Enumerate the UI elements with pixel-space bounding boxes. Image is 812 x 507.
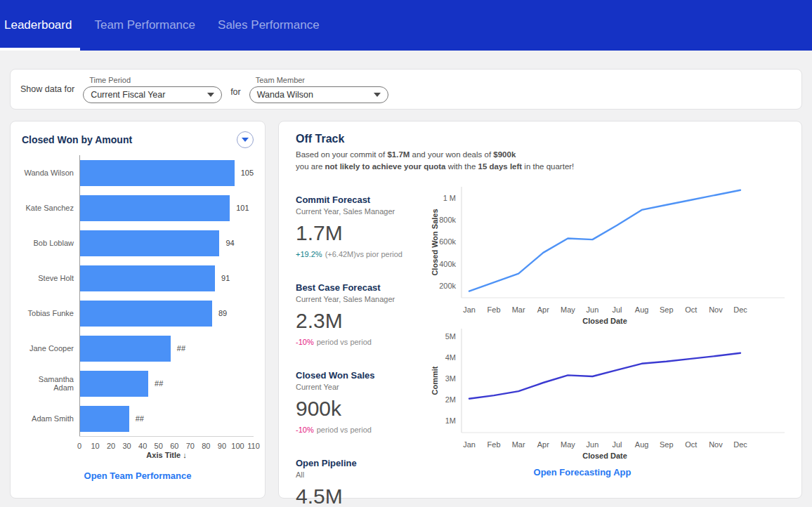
bar-row: Wanda Wilson105 bbox=[22, 155, 254, 190]
svg-text:1M: 1M bbox=[445, 417, 456, 426]
bar-value-label: 101 bbox=[236, 204, 249, 212]
bar-row: Tobias Funke89 bbox=[22, 296, 254, 331]
bar-row: Adam Smith## bbox=[22, 401, 254, 436]
svg-text:Apr: Apr bbox=[537, 440, 549, 449]
svg-text:Commit: Commit bbox=[431, 367, 439, 395]
kpi-delta: -10% bbox=[296, 338, 314, 346]
bar-category-label: Bob Loblaw bbox=[22, 239, 79, 247]
kpi-delta-note: (+6.42M)vs pior period bbox=[325, 250, 402, 258]
tab-sales-performance[interactable]: Sales Performance bbox=[215, 0, 322, 51]
chevron-down-icon bbox=[207, 93, 214, 97]
bar-value-label: 91 bbox=[221, 274, 230, 282]
kpi-value: 4.5M bbox=[296, 485, 429, 507]
plain-text: Based on your commit of bbox=[296, 150, 387, 159]
open-team-performance-link[interactable]: Open Team Performance bbox=[22, 470, 254, 481]
tab-team-performance[interactable]: Team Performance bbox=[91, 0, 198, 51]
kpi-subtitle: Current Year, Sales Manager bbox=[296, 295, 429, 303]
bar-category-label: Jane Cooper bbox=[22, 344, 79, 353]
x-axis-tick-label: 70 bbox=[186, 442, 195, 450]
bar[interactable] bbox=[80, 160, 235, 186]
svg-text:Sep: Sep bbox=[660, 440, 674, 449]
bar[interactable] bbox=[80, 301, 212, 327]
bar-track: 101 bbox=[79, 190, 254, 225]
off-track-summary-line-2: you are not likely to achieve your quota… bbox=[296, 161, 785, 173]
x-axis-tick-label: 90 bbox=[218, 442, 226, 450]
kpi-delta-note: period vs period bbox=[317, 426, 372, 434]
svg-text:Closed Date: Closed Date bbox=[582, 452, 627, 460]
kpi-delta: -10% bbox=[296, 426, 314, 434]
team-member-label: Team Member bbox=[256, 76, 388, 84]
tab-leaderboard[interactable]: Leaderboard bbox=[1, 0, 74, 51]
svg-text:3M: 3M bbox=[445, 374, 456, 383]
commit-chart-svg: 1M2M3M4M5MCommitJanFebMarAprMayJunJulAug… bbox=[429, 325, 786, 460]
svg-text:May: May bbox=[561, 440, 575, 449]
svg-text:2M: 2M bbox=[445, 396, 456, 404]
collapse-panel-button[interactable] bbox=[237, 131, 254, 148]
filter-bar: Show data for Time Period Current Fiscal… bbox=[10, 69, 802, 110]
team-member-select[interactable]: Wanda Wilson bbox=[249, 86, 388, 103]
x-axis-tick-label: 30 bbox=[123, 442, 131, 450]
x-axis-tick-label: 100 bbox=[231, 442, 244, 450]
closed-won-by-amount-panel: Closed Won by Amount Wanda Wilson105Kate… bbox=[10, 121, 266, 499]
dashboard-body: Closed Won by Amount Wanda Wilson105Kate… bbox=[0, 121, 812, 499]
svg-text:Nov: Nov bbox=[709, 440, 723, 449]
chevron-down-icon bbox=[374, 93, 381, 97]
chevron-down-icon bbox=[242, 138, 249, 142]
svg-text:Apr: Apr bbox=[537, 305, 549, 314]
bar[interactable] bbox=[80, 371, 148, 397]
bar-category-label: Tobias Funke bbox=[22, 309, 79, 317]
bar[interactable] bbox=[80, 230, 219, 256]
bar[interactable] bbox=[80, 265, 215, 291]
time-period-select[interactable]: Current Fiscal Year bbox=[83, 86, 222, 103]
x-axis-tick-label: 0 bbox=[77, 442, 81, 450]
svg-text:Closed Date: Closed Date bbox=[582, 317, 627, 325]
bar[interactable] bbox=[80, 406, 129, 432]
x-axis-tick-label: 80 bbox=[202, 442, 210, 450]
bar-row: Jane Cooper## bbox=[22, 331, 254, 366]
svg-text:1 M: 1 M bbox=[443, 194, 456, 202]
filter-prefix-label: Show data for bbox=[20, 84, 74, 94]
plain-text: in the quarter! bbox=[522, 162, 574, 171]
plain-text: and your won deals of bbox=[410, 150, 493, 159]
x-axis-tick-label: 40 bbox=[138, 442, 147, 450]
x-axis-tick-label: 20 bbox=[107, 442, 115, 450]
bar-value-label: 105 bbox=[241, 169, 254, 177]
kpi-column: Commit ForecastCurrent Year, Sales Manag… bbox=[296, 179, 429, 507]
kpi-value: 900k bbox=[296, 397, 429, 421]
kpi-delta-note: period vs period bbox=[317, 338, 372, 346]
svg-text:Feb: Feb bbox=[487, 305, 501, 314]
kpi-value: 2.3M bbox=[296, 309, 429, 333]
bar-value-label: ## bbox=[155, 379, 163, 388]
kpi-subtitle: Current Year, Sales Manager bbox=[296, 207, 429, 216]
forecast-charts: 200k400k600k800k1 MClosed Won SalesJanFe… bbox=[429, 179, 785, 507]
bar[interactable] bbox=[80, 336, 171, 362]
x-axis-tick-label: 110 bbox=[247, 442, 260, 450]
svg-text:Aug: Aug bbox=[635, 440, 649, 449]
bar-track: 89 bbox=[79, 296, 254, 331]
svg-text:Jan: Jan bbox=[463, 305, 476, 314]
svg-text:Nov: Nov bbox=[709, 305, 723, 314]
kpi-commit-forecast: Commit ForecastCurrent Year, Sales Manag… bbox=[296, 195, 429, 258]
svg-text:5M: 5M bbox=[445, 332, 456, 341]
kpi-value: 1.7M bbox=[296, 221, 429, 245]
kpi-delta-row: +19.2%(+6.42M)vs pior period bbox=[296, 250, 429, 258]
team-member-value: Wanda Wilson bbox=[257, 90, 313, 100]
svg-text:May: May bbox=[561, 305, 575, 314]
svg-text:400k: 400k bbox=[439, 260, 456, 268]
kpi-open-pipeline: Open PipelineAll4.5M-10%period vs period bbox=[296, 458, 429, 507]
open-forecasting-app-link[interactable]: Open Forecasting App bbox=[429, 467, 785, 478]
svg-text:Closed Won Sales: Closed Won Sales bbox=[431, 209, 439, 276]
bar-track: ## bbox=[79, 366, 254, 401]
svg-text:Jul: Jul bbox=[613, 305, 622, 314]
svg-text:Mar: Mar bbox=[512, 305, 525, 314]
plain-text: you are bbox=[296, 162, 325, 171]
bar-track: 91 bbox=[79, 261, 254, 296]
bar-category-label: Wanda Wilson bbox=[22, 169, 79, 177]
off-track-title: Off Track bbox=[296, 133, 785, 145]
bar[interactable] bbox=[80, 195, 230, 221]
bar-track: ## bbox=[79, 331, 254, 366]
kpi-title: Open Pipeline bbox=[296, 458, 429, 468]
kpi-title: Commit Forecast bbox=[296, 195, 429, 205]
svg-text:Mar: Mar bbox=[512, 440, 525, 449]
kpi-subtitle: Current Year bbox=[296, 383, 429, 391]
